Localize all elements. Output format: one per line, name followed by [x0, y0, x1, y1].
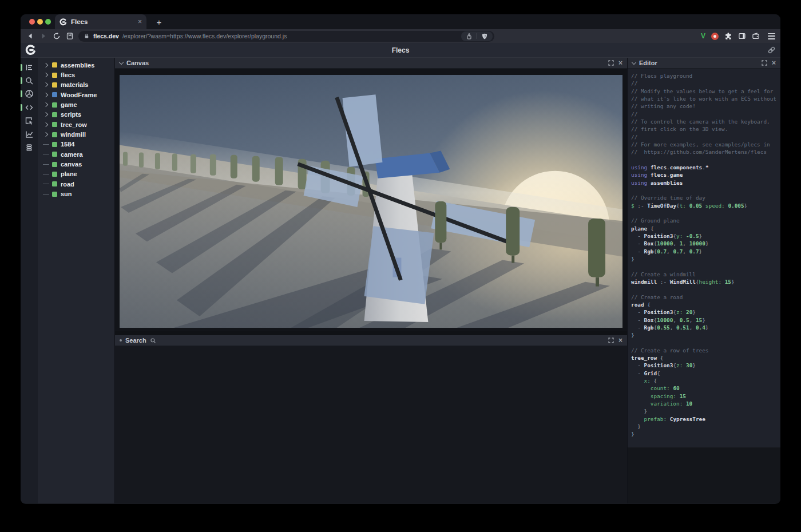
url-actions [461, 31, 493, 41]
browser-window: Flecs × + flecs.dev/explorer/?wasm=https… [21, 14, 780, 504]
stats-chart-icon[interactable] [21, 128, 38, 141]
entity-kind-square [52, 112, 57, 117]
search-results-area [115, 346, 627, 503]
tree-item-label: scripts [61, 111, 81, 118]
tree-item-scripts[interactable]: scripts [38, 110, 114, 120]
chevron-down-icon[interactable] [119, 60, 124, 65]
close-icon[interactable]: × [618, 59, 622, 66]
tree-item-tree_row[interactable]: tree_row [38, 120, 114, 129]
url-bar[interactable]: flecs.dev/explorer/?wasm=https://www.fle… [78, 31, 494, 42]
canvas-3d-container [115, 69, 627, 331]
editor-panel-title: Editor [639, 59, 657, 66]
tree-line [43, 194, 49, 194]
chevron-right-icon[interactable] [43, 102, 48, 107]
back-icon[interactable] [26, 31, 35, 41]
tree-item-materials[interactable]: materials [38, 80, 114, 90]
close-icon[interactable]: × [772, 59, 776, 66]
tree-line [43, 154, 49, 154]
vue-extension-icon[interactable]: V [701, 32, 705, 40]
flecs-favicon-icon [60, 18, 67, 26]
expand-icon[interactable] [608, 338, 614, 343]
tab-title: Flecs [71, 18, 138, 25]
tree-item-canvas[interactable]: canvas [38, 159, 114, 169]
entity-kind-square [52, 152, 57, 157]
tree-item-assemblies[interactable]: assemblies [38, 60, 114, 70]
tab-close-icon[interactable]: × [138, 18, 142, 25]
tree-item-game[interactable]: game [38, 100, 114, 109]
tree-item-camera[interactable]: camera [38, 149, 114, 159]
reload-icon[interactable] [52, 31, 61, 41]
editor-panel: Editor × // Flecs playground//// Modify … [628, 58, 780, 503]
shield-icon[interactable] [481, 33, 488, 40]
tree-line [43, 144, 49, 145]
tree-item-sun[interactable]: sun [38, 189, 114, 198]
chevron-right-icon[interactable] [43, 112, 48, 117]
menu-icon[interactable] [768, 33, 775, 39]
entity-tree-icon[interactable] [21, 61, 38, 74]
close-icon[interactable]: × [618, 337, 622, 344]
entity-kind-square [52, 172, 57, 177]
chevron-down-icon[interactable] [632, 60, 636, 65]
tree-item-WoodFrame[interactable]: WoodFrame [38, 90, 114, 100]
tree-line [43, 174, 49, 174]
tree-item-label: road [61, 181, 74, 188]
minimize-button[interactable] [37, 19, 43, 25]
tree-item-label: canvas [61, 161, 82, 168]
extension-bar: V [701, 32, 775, 40]
search-icon[interactable] [21, 74, 38, 87]
url-domain: flecs.dev [93, 33, 119, 39]
tree-item-label: windmill [61, 131, 86, 138]
tree-item-road[interactable]: road [38, 179, 114, 189]
tree-item-1584[interactable]: 1584 [38, 140, 114, 149]
tree-item-plane[interactable]: plane [38, 169, 114, 179]
tree-item-flecs[interactable]: flecs [38, 70, 114, 80]
data-rows-icon[interactable] [21, 141, 38, 154]
chevron-right-icon[interactable] [43, 132, 48, 137]
code-editor[interactable]: // Flecs playground//// Modify the value… [628, 69, 780, 447]
bullet-icon[interactable] [120, 339, 122, 342]
chevron-right-icon[interactable] [43, 62, 48, 67]
chevron-right-icon[interactable] [43, 92, 48, 97]
tree-item-label: materials [61, 81, 88, 88]
blocker-extension-icon[interactable] [711, 33, 719, 40]
window-controls [29, 19, 51, 25]
forward-icon[interactable] [39, 31, 48, 41]
new-tab-button[interactable]: + [153, 16, 165, 27]
flecs-logo-icon [25, 45, 36, 55]
expand-icon[interactable] [762, 60, 767, 66]
wallet-icon[interactable] [752, 32, 760, 40]
search-icon [150, 338, 156, 344]
chevron-right-icon[interactable] [43, 82, 48, 87]
bookmark-icon[interactable] [65, 31, 74, 41]
entity-kind-square [52, 181, 57, 186]
entity-kind-square [52, 62, 57, 68]
3d-view-icon[interactable] [21, 88, 38, 101]
side-panel-icon[interactable] [738, 32, 746, 40]
tab-strip: Flecs × + [21, 14, 780, 29]
inspect-icon[interactable] [21, 114, 38, 128]
browser-tab[interactable]: Flecs × [55, 14, 146, 29]
share-icon[interactable] [466, 33, 473, 40]
tree-item-label: sun [61, 190, 72, 197]
tree-item-label: 1584 [61, 141, 74, 148]
code-icon[interactable] [21, 101, 38, 114]
tree-item-label: tree_row [61, 121, 87, 128]
page-title: Flecs [392, 46, 410, 54]
expand-icon[interactable] [608, 60, 614, 66]
chevron-right-icon[interactable] [43, 73, 48, 77]
tree-item-label: assemblies [61, 62, 94, 69]
tree-item-label: camera [61, 151, 83, 158]
entity-kind-square [52, 132, 57, 137]
tree-item-windmill[interactable]: windmill [38, 129, 114, 139]
chevron-right-icon[interactable] [43, 122, 48, 126]
url-path: /explorer/?wasm=https://www.flecs.dev/ex… [122, 33, 458, 39]
canvas-panel-header: Canvas × [115, 58, 627, 69]
extensions-puzzle-icon[interactable] [724, 32, 732, 40]
search-panel-title: Search [125, 337, 146, 344]
zoom-button[interactable] [45, 19, 51, 25]
share-link-icon[interactable] [767, 46, 776, 54]
close-button[interactable] [29, 19, 35, 25]
canvas-3d-view[interactable] [120, 75, 622, 328]
entity-kind-square [52, 142, 57, 147]
entity-kind-square [52, 82, 57, 88]
